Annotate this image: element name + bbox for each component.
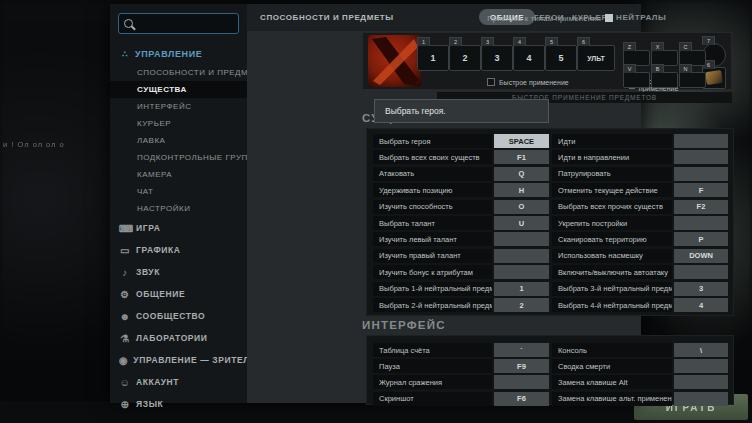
binding-key-button[interactable]: DOWN bbox=[674, 249, 728, 263]
item-slot-B[interactable] bbox=[651, 72, 678, 88]
ability-slot-key-tab[interactable]: 6 bbox=[577, 37, 590, 46]
tp-slot-key-tab[interactable]: 7 bbox=[702, 36, 715, 45]
binding-key-button[interactable]: F bbox=[674, 183, 728, 197]
ability-slot-3[interactable]: 3 bbox=[481, 45, 513, 71]
search-box[interactable] bbox=[118, 13, 239, 34]
sidebar-menu-label: АККАУНТ bbox=[136, 377, 179, 387]
binding-key-button[interactable] bbox=[494, 232, 549, 246]
item-slot-key-tab[interactable]: N bbox=[679, 64, 692, 73]
sidebar-menu-4[interactable]: ☻СООБЩЕСТВО bbox=[110, 305, 247, 327]
spectator-icon: ◉ bbox=[119, 355, 128, 366]
binding-key-button[interactable] bbox=[674, 167, 728, 181]
binding-label: Изучить правый талант bbox=[373, 249, 492, 263]
ability-quickcast-checkbox[interactable] bbox=[487, 78, 495, 86]
item-slot-key-tab[interactable]: B bbox=[651, 64, 664, 73]
binding-key-button[interactable]: \ bbox=[674, 343, 728, 357]
sidebar-menu-label: ОБЩЕНИЕ bbox=[136, 289, 185, 299]
binding-label: Сводка смерти bbox=[552, 359, 672, 373]
binding-key-button[interactable]: F1 bbox=[494, 150, 549, 164]
binding-label: Отменить текущее действие bbox=[552, 183, 672, 197]
binding-key-button[interactable] bbox=[674, 265, 728, 279]
item-slot-N[interactable] bbox=[679, 72, 706, 88]
binding-label: Пауза bbox=[373, 359, 492, 373]
binding-label: Консоль bbox=[552, 343, 672, 357]
ability-slot-2[interactable]: 2 bbox=[449, 45, 481, 71]
settings-sidebar: ∴ УПРАВЛЕНИЕ СПОСОБНОСТИ И ПРЕДМЕТЫСУЩЕС… bbox=[110, 4, 247, 403]
binding-key-button[interactable]: F2 bbox=[674, 200, 728, 214]
tab-abilities-items[interactable]: СПОСОБНОСТИ И ПРЕДМЕТЫ bbox=[260, 13, 394, 22]
item-slot-key-tab[interactable]: Z bbox=[623, 42, 636, 51]
binding-key-button[interactable] bbox=[674, 359, 728, 373]
ability-slot-key-tab[interactable]: 3 bbox=[481, 37, 494, 46]
rebind-tooltip: Выбрать героя. bbox=[374, 99, 549, 123]
sidebar-menu-7[interactable]: ☺АККАУНТ bbox=[110, 371, 247, 393]
binding-key-button[interactable] bbox=[494, 249, 549, 263]
sidebar-item-1[interactable]: СУЩЕСТВА bbox=[110, 81, 247, 98]
binding-label: Выбрать 2-й нейтральный предмет bbox=[373, 298, 492, 312]
binding-key-button[interactable] bbox=[674, 216, 728, 230]
ability-slot-key-tab[interactable]: 4 bbox=[513, 37, 526, 46]
background-faint-text: и ! Ол ол ол о bbox=[3, 140, 65, 149]
sidebar-menu-1[interactable]: ▭ГРАФИКА bbox=[110, 239, 247, 261]
sidebar-menu-label: ГРАФИКА bbox=[136, 245, 181, 255]
binding-label: Идти bbox=[552, 134, 672, 148]
sidebar-item-2[interactable]: ИНТЕРФЕЙС bbox=[110, 98, 247, 115]
ability-slot-5[interactable]: 5 bbox=[545, 45, 577, 71]
sidebar-item-5[interactable]: ПОДКОНТРОЛЬНЫЕ ГРУППЫ bbox=[110, 149, 247, 166]
sidebar-menu-8[interactable]: ⊕ЯЗЫК bbox=[110, 393, 247, 415]
sidebar-group-control[interactable]: ∴ УПРАВЛЕНИЕ bbox=[110, 45, 247, 62]
binding-key-button[interactable] bbox=[494, 265, 549, 279]
item-slot-V[interactable] bbox=[623, 72, 650, 88]
binding-key-button[interactable] bbox=[674, 375, 728, 389]
sidebar-menu-6[interactable]: ◉УПРАВЛЕНИЕ — ЗРИТЕЛЬ bbox=[110, 349, 247, 371]
account-icon: ☺ bbox=[119, 377, 131, 388]
binding-key-button[interactable] bbox=[674, 134, 728, 148]
binding-key-button[interactable]: Q bbox=[494, 167, 549, 181]
sidebar-menu-5[interactable]: ⚗ЛАБОРАТОРИИ bbox=[110, 327, 247, 349]
binding-key-button[interactable]: ` bbox=[494, 343, 549, 357]
search-input[interactable] bbox=[138, 18, 232, 30]
ability-slot-УЛЬТ[interactable]: УЛЬТ bbox=[577, 45, 615, 71]
sidebar-menu-2[interactable]: ♪ЗВУК bbox=[110, 261, 247, 283]
binding-key-button[interactable]: F6 bbox=[494, 392, 549, 406]
ability-slot-key-tab[interactable]: 5 bbox=[545, 37, 558, 46]
community-icon: ☻ bbox=[119, 311, 131, 322]
sidebar-menu-3[interactable]: ⚙ОБЩЕНИЕ bbox=[110, 283, 247, 305]
binding-key-button[interactable]: SPACE bbox=[494, 134, 549, 148]
sidebar-item-8[interactable]: НАСТРОЙКИ bbox=[110, 200, 247, 217]
binding-label: Атаковать bbox=[373, 167, 492, 181]
sidebar-item-0[interactable]: СПОСОБНОСТИ И ПРЕДМЕТЫ bbox=[110, 64, 247, 81]
ability-quickcast-checkbox-row[interactable]: Быстрое применение bbox=[487, 78, 569, 86]
binding-key-button[interactable]: O bbox=[494, 200, 549, 214]
binding-label: Включить/выключить автоатаку bbox=[552, 265, 672, 279]
item-slot-key-tab[interactable]: C bbox=[679, 42, 692, 51]
sidebar-item-6[interactable]: КАМЕРА bbox=[110, 166, 247, 183]
ability-slot-key-tab[interactable]: 1 bbox=[417, 37, 430, 46]
sidebar-item-7[interactable]: ЧАТ bbox=[110, 183, 247, 200]
binding-label: Выбрать 4-й нейтральный предмет bbox=[552, 298, 672, 312]
binding-key-button[interactable]: 3 bbox=[674, 282, 728, 296]
item-slot-key-tab[interactable]: V bbox=[623, 64, 636, 73]
sidebar-menu-0[interactable]: ⌨ИГРА bbox=[110, 217, 247, 239]
binding-key-button[interactable] bbox=[494, 375, 549, 389]
binding-key-button[interactable]: H bbox=[494, 183, 549, 197]
sidebar-menu-label: УПРАВЛЕНИЕ — ЗРИТЕЛЬ bbox=[133, 355, 256, 365]
sidebar-item-3[interactable]: КУРЬЕР bbox=[110, 115, 247, 132]
ability-slot-4[interactable]: 4 bbox=[513, 45, 545, 71]
binding-key-button[interactable] bbox=[674, 392, 728, 406]
binding-key-button[interactable]: 2 bbox=[494, 298, 549, 312]
binding-key-button[interactable]: U bbox=[494, 216, 549, 230]
binding-key-button[interactable]: 1 bbox=[494, 282, 549, 296]
sidebar-item-4[interactable]: ЛАВКА bbox=[110, 132, 247, 149]
binding-key-button[interactable] bbox=[674, 150, 728, 164]
bind-type-checkbox[interactable] bbox=[605, 14, 613, 22]
binding-key-button[interactable]: F9 bbox=[494, 359, 549, 373]
ability-slot-key-tab[interactable]: 2 bbox=[449, 37, 462, 46]
sidebar-menu-list: ⌨ИГРА▭ГРАФИКА♪ЗВУК⚙ОБЩЕНИЕ☻СООБЩЕСТВО⚗ЛА… bbox=[110, 217, 247, 415]
binding-key-button[interactable]: P bbox=[674, 232, 728, 246]
binding-key-button[interactable]: 4 bbox=[674, 298, 728, 312]
binding-label: Замена клавише альт. применения bbox=[552, 392, 672, 406]
tab-neutrals[interactable]: НЕЙТРАЛЫ bbox=[616, 13, 667, 22]
ability-slot-1[interactable]: 1 bbox=[417, 45, 449, 71]
item-slot-key-tab[interactable]: X bbox=[651, 42, 664, 51]
